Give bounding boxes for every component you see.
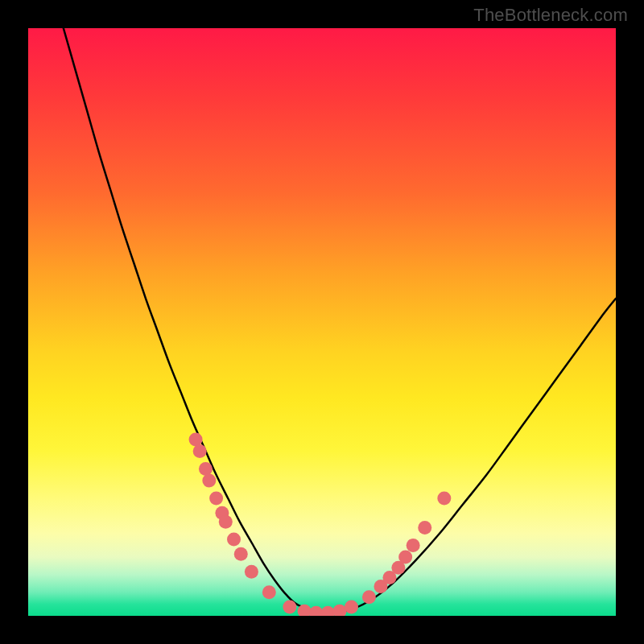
chart-svg	[28, 28, 616, 616]
data-marker	[437, 492, 451, 506]
data-marker	[362, 590, 376, 604]
marker-group	[189, 433, 452, 617]
chart-frame: TheBottleneck.com	[0, 0, 644, 644]
data-marker	[227, 533, 241, 547]
bottleneck-curve	[64, 28, 616, 613]
chart-plot-area	[28, 28, 616, 616]
data-marker	[262, 585, 276, 599]
data-marker	[309, 606, 323, 616]
data-marker	[398, 551, 412, 564]
data-marker	[219, 515, 233, 529]
data-marker	[234, 547, 248, 561]
watermark-text: TheBottleneck.com	[473, 5, 628, 26]
data-marker	[321, 606, 335, 616]
data-marker	[332, 605, 346, 616]
data-marker	[202, 474, 216, 488]
data-marker	[245, 565, 258, 579]
data-marker	[418, 521, 431, 535]
data-marker	[209, 492, 223, 506]
data-marker	[283, 601, 296, 614]
data-marker	[345, 601, 358, 614]
data-marker	[189, 433, 203, 447]
data-marker	[199, 462, 213, 476]
data-marker	[407, 539, 420, 552]
data-marker	[193, 444, 207, 458]
